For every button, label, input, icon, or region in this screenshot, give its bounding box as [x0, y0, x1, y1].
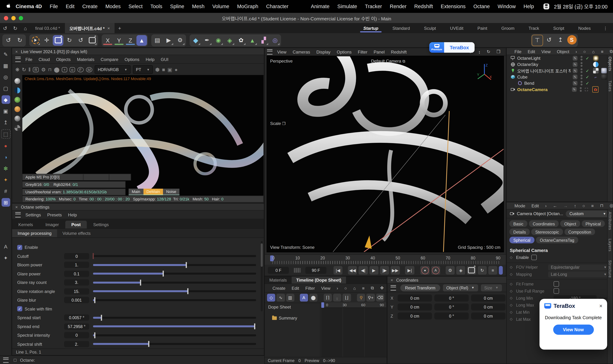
side-tab-takes[interactable]: Takes [608, 81, 612, 92]
tab-settings[interactable]: Settings [87, 221, 115, 228]
layout-tab-uvedit[interactable]: UVEdit [443, 23, 470, 33]
filter-icon[interactable]: ≡ [598, 49, 606, 54]
reset-transform-button[interactable]: Reset Transform [400, 284, 440, 291]
pos-x-field[interactable]: 0 cm [398, 295, 432, 302]
doc-tab-final03[interactable]: final 03.c4d * [30, 23, 65, 33]
tab-stereoscopic[interactable]: Stereoscopic [531, 228, 563, 235]
reset-psr-button[interactable]: ↺ [544, 35, 555, 45]
hamburger-icon[interactable] [3, 357, 9, 363]
menu-simulate[interactable]: Simulate [333, 3, 361, 9]
tab-timeline-dope-sheet[interactable]: Timeline (Dope Sheet) [291, 277, 346, 284]
bloom-power-field[interactable]: 1. [64, 262, 89, 268]
object-row-bend[interactable]: Bend ✎ ✓ [507, 80, 607, 86]
spectral-intensity-field[interactable]: 0 [64, 332, 89, 338]
home-icon[interactable]: ⌂ [589, 49, 598, 54]
target-icon[interactable]: ◎ [606, 203, 613, 208]
lock-z-axis-button[interactable]: Z [125, 35, 136, 46]
subtab-volume-effects[interactable]: Volume effects [57, 229, 96, 237]
search-icon[interactable]: ○ [580, 49, 589, 54]
tl-menu-create[interactable]: Create [269, 286, 289, 290]
add-region-icon[interactable]: + [62, 67, 68, 72]
autokey-button[interactable]: A [431, 266, 440, 274]
object-row-cube[interactable]: Cube ✎ ✓ ⌐ [507, 74, 607, 80]
keyframe-dot-icon[interactable]: ◇ [510, 265, 514, 269]
points-mode-icon[interactable]: ◆ [1, 95, 10, 104]
lock-icon[interactable]: ⊓ [597, 203, 606, 208]
detach-panel-icon[interactable]: ⧉ [607, 49, 613, 54]
square-icon[interactable]: ■ [162, 67, 165, 72]
menu-volume[interactable]: Volume [208, 3, 233, 9]
camera-lock-icon[interactable]: ▣ [167, 67, 172, 72]
keyframe-dot-icon[interactable]: ◇ [510, 303, 514, 307]
glare-blur-field[interactable]: 0.001 [64, 297, 89, 303]
home-icon[interactable]: ⌂ [350, 286, 359, 290]
enable-dots-icon[interactable] [581, 75, 583, 79]
enabled-check-icon[interactable]: ✓ [586, 81, 590, 86]
workplane-mode-icon[interactable]: ▢ [1, 84, 10, 92]
play-button[interactable]: ▶ [369, 266, 378, 274]
frame-all-button[interactable]: ⌈⌉ [324, 294, 332, 301]
lv-menu-options[interactable]: Options [122, 57, 143, 62]
os-menu-presets[interactable]: Presets [44, 212, 65, 217]
undo-icon[interactable]: ↺ [0, 23, 10, 33]
forward-icon[interactable]: → [560, 203, 571, 208]
green-state-icon[interactable]: ❇ [1, 164, 10, 173]
spectral-shift-slider[interactable] [93, 343, 256, 345]
hamburger-icon[interactable] [391, 285, 396, 290]
control-center-icon[interactable] [543, 3, 549, 9]
hamburger-icon[interactable] [15, 212, 21, 217]
layout-tab-startup[interactable]: Startup [356, 23, 385, 33]
edit-badge-icon[interactable]: ✎ [573, 75, 577, 79]
model-mode-icon[interactable]: ▦ [1, 61, 10, 70]
keyframe-dot-icon[interactable]: ◇ [510, 310, 514, 314]
close-panel-icon[interactable]: × [15, 49, 18, 54]
pan-icon[interactable]: ✥ [377, 286, 387, 291]
keyframe-dot-icon[interactable]: ◇ [510, 282, 514, 286]
enable-checkbox[interactable]: ✓ [17, 245, 22, 250]
sculpt-launcher-button[interactable]: S [567, 35, 577, 45]
tl-menu-filter[interactable]: Filter [302, 286, 318, 290]
apple-logo-icon[interactable] [5, 3, 11, 10]
keyframe-dot-icon[interactable]: ◇ [510, 317, 514, 321]
frame-scrubber[interactable] [290, 267, 304, 273]
fcurve-mode-button[interactable]: ∿ [276, 294, 285, 301]
menu-clock[interactable]: 2월 28일 (금) 오후 10:00 [554, 3, 608, 10]
render-view-icon[interactable]: ⛶ [585, 87, 589, 92]
close-panel-icon[interactable]: × [391, 277, 393, 282]
menu-character[interactable]: Character [262, 3, 292, 9]
rot-y-field[interactable]: 0 ° [434, 304, 469, 311]
use-full-range-checkbox[interactable] [554, 288, 559, 294]
lv-menu-compare[interactable]: Compare [97, 57, 122, 62]
glare-blur-slider[interactable] [93, 299, 256, 301]
scrollbar[interactable] [261, 241, 263, 311]
coord-mode-dropdown[interactable]: Object (Rel)▼ [443, 284, 478, 291]
doc-tab-overlap-knife[interactable]: 오버랩나이프.c4d *× [65, 23, 115, 33]
render-settings-icon[interactable]: ⚙ [41, 67, 46, 72]
layout-tab-nodes[interactable]: Nodes [571, 23, 598, 33]
fov-helper-dropdown[interactable]: Equirectangular▼ [548, 264, 610, 270]
rotate-view-icon[interactable]: ↻ [484, 49, 493, 54]
layout-tab-sculpt[interactable]: Sculpt [417, 23, 443, 33]
add-key-button[interactable]: ⚲ [357, 294, 365, 301]
go-to-end-button[interactable]: ▶| [405, 266, 414, 274]
close-tab-icon[interactable]: × [107, 26, 110, 30]
cutoff-field[interactable]: 0 [64, 253, 89, 259]
material-picker-icon[interactable]: M [86, 67, 92, 72]
edges-mode-icon[interactable]: ▣ [1, 107, 10, 115]
glare-ray-count-field[interactable]: 3. [64, 279, 89, 286]
start-frame-field[interactable]: 0 F [268, 267, 289, 274]
glare-rotation-slider[interactable] [93, 290, 256, 292]
layout-tab-standard[interactable]: Standard [385, 23, 417, 33]
glare-rotation-field[interactable]: 15. [64, 288, 89, 294]
tl-menu-edit[interactable]: Edit [289, 286, 302, 290]
enabled-check-icon[interactable]: ✓ [586, 56, 590, 61]
vp-menu-cameras[interactable]: Cameras [289, 50, 313, 54]
live-render-preview[interactable]: Check:1ms./1ms. MeshGen:0ms. Update[L]:0… [22, 75, 264, 202]
lv-menu-help[interactable]: Help [143, 57, 158, 62]
lv-menu-objects[interactable]: Objects [53, 57, 74, 62]
key-box-button[interactable] [467, 266, 476, 274]
menu-modes[interactable]: Modes [101, 3, 124, 9]
undo-button[interactable]: ↺ [3, 35, 14, 46]
tab-basic[interactable]: Basic [509, 220, 527, 227]
sphere-icon[interactable]: ● [175, 67, 177, 72]
